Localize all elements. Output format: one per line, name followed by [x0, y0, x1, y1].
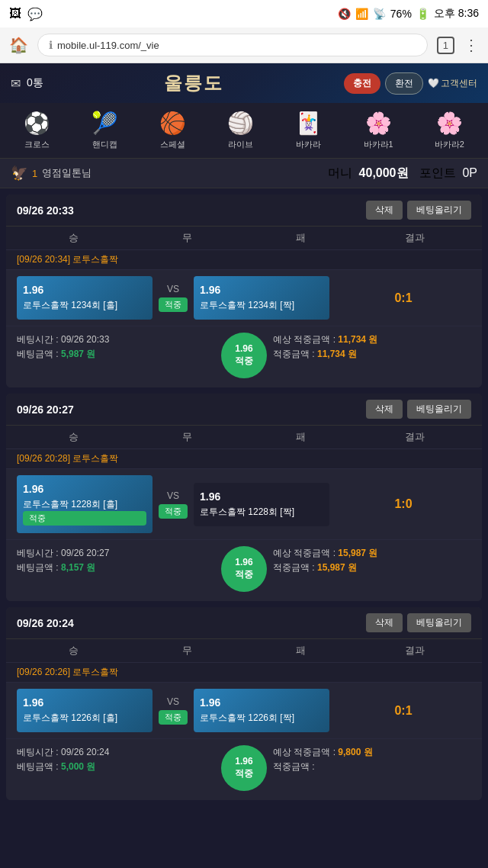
home-odds-2: 1.96: [23, 696, 146, 709]
nav-item-바카라[interactable]: 🃏 바카라: [295, 111, 322, 150]
cs-label: 고객센터: [441, 77, 477, 90]
nav-label-라이브: 라이브: [228, 139, 253, 150]
delete-button-2[interactable]: 삭제: [366, 613, 403, 632]
bet-info-right-1: 예상 적중금액 : 15,987 원 적중금액 : 15,987 원: [273, 546, 471, 592]
home-badge-1: 적중: [23, 511, 146, 526]
nav-item-크로스[interactable]: ⚽ 크로스: [24, 111, 50, 150]
status-bar: 🖼 💬 🔇 📶 📡 76% 🔋 오후 8:36: [0, 0, 488, 27]
nav-icon-핸디캡: 🎾: [92, 111, 118, 136]
site-header: ✉ 0통 울릉도 충전 환전 🤍 고객센터: [0, 63, 488, 103]
odds-badge-1: 1.96 적중: [221, 546, 267, 592]
rebet-button-1[interactable]: 베팅올리기: [407, 400, 471, 419]
vs-text-2: VS: [167, 696, 179, 707]
nav-item-라이브[interactable]: 🏐 라이브: [227, 111, 254, 150]
expected-label-2: 예상 적중금액 : 9,800 원: [273, 745, 471, 760]
col-win-1: 승: [17, 430, 130, 444]
nav-icon-바카라: 🃏: [295, 111, 322, 136]
home-team-1: 1.96 로투스홀짝 1228회 [홀] 적중: [17, 475, 152, 533]
nav-icon-스페셜: 🏀: [159, 111, 186, 136]
bet-date-2: 09/26 20:24: [17, 617, 74, 629]
rebet-button-2[interactable]: 베팅올리기: [407, 613, 471, 632]
col-result-2: 결과: [358, 644, 471, 657]
charge-button[interactable]: 충전: [344, 73, 380, 94]
username: 영점일톤님: [42, 166, 92, 180]
expected-label-1: 예상 적중금액 : 15,987 원: [273, 546, 471, 561]
delete-button-0[interactable]: 삭제: [366, 201, 403, 220]
bet-result-2: 0:1: [336, 704, 471, 718]
url-text: mobile.ul-119.com/_vie: [57, 40, 159, 51]
home-name-0: 로투스홀짝 1234회 [홀]: [23, 299, 146, 312]
bet-info-right-2: 예상 적중금액 : 9,800 원 적중금액 :: [273, 745, 471, 791]
col-draw-0: 무: [130, 231, 244, 245]
col-result-1: 결과: [358, 430, 471, 444]
betting-time-0: 베팅시간 : 09/26 20:33: [17, 333, 215, 347]
away-name-2: 로투스홀짝 1226회 [짝]: [200, 712, 323, 725]
bet-date-1: 09/26 20:27: [17, 403, 74, 416]
odds-value-1: 1.96: [235, 557, 252, 569]
hit-label-2: 적중금액 :: [273, 760, 471, 774]
away-team-1: 1.96 로투스홀짝 1228회 [짝]: [194, 483, 329, 526]
nav-label-바카라: 바카라: [296, 139, 321, 150]
nav-item-스페셜[interactable]: 🏀 스페셜: [159, 111, 186, 150]
header-right: 충전 환전 🤍 고객센터: [344, 72, 477, 95]
odds-label-0: 적중: [235, 355, 253, 368]
image-icon: 🖼: [9, 7, 21, 21]
col-win-0: 승: [17, 231, 130, 245]
bet-card-header-0: 09/26 20:33 삭제 베팅올리기: [6, 194, 482, 226]
bet-card-header-2: 09/26 20:24 삭제 베팅올리기: [6, 607, 482, 638]
odds-label-1: 적중: [235, 569, 253, 581]
cs-button[interactable]: 🤍 고객센터: [428, 77, 477, 90]
menu-icon[interactable]: ⋮: [464, 36, 479, 54]
delete-button-1[interactable]: 삭제: [366, 400, 403, 419]
url-bar[interactable]: ℹ mobile.ul-119.com/_vie: [37, 34, 428, 56]
nav-menu: ⚽ 크로스 🎾 핸디캡 🏀 스페셜 🏐 라이브 🃏 바카라 🌸 바카라1 🌸 바…: [0, 103, 488, 159]
betting-amount-2: 5,000 원: [61, 761, 95, 772]
betting-amount-1: 8,157 원: [61, 562, 95, 573]
away-odds-2: 1.96: [200, 696, 323, 709]
bet-vs-2: VS 적중: [159, 696, 188, 725]
rebet-button-0[interactable]: 베팅올리기: [407, 201, 471, 220]
nav-item-바카라1[interactable]: 🌸 바카라1: [364, 111, 393, 150]
home-odds-0: 1.96: [23, 284, 146, 296]
status-left: 🖼 💬: [9, 7, 43, 21]
bet-result-1: 1:0: [336, 497, 471, 511]
bet-table-header-2: 승 무 패 결과: [6, 638, 482, 662]
tabs-button[interactable]: 1: [437, 37, 454, 54]
col-win-2: 승: [17, 644, 130, 657]
time-display: 오후 8:36: [434, 7, 479, 21]
col-draw-1: 무: [130, 430, 244, 444]
hit-amount-1: 15,987 원: [317, 562, 357, 573]
bet-row-2: 1.96 로투스홀짝 1226회 [홀] VS 적중 1.96 로투스홀짝 12…: [6, 682, 482, 738]
home-icon[interactable]: 🏠: [9, 36, 28, 54]
battery-level: 76%: [390, 8, 412, 20]
hit-label-1: 적중금액 : 15,987 원: [273, 561, 471, 575]
exchange-button[interactable]: 환전: [385, 72, 423, 95]
bet-table-header-0: 승 무 패 결과: [6, 226, 482, 249]
points-label: 포인트: [419, 166, 456, 179]
odds-badge-0: 1.96 적중: [221, 333, 267, 378]
money-info: 머니 40,000원 포인트 0P: [328, 166, 477, 182]
away-team-0: 1.96 로투스홀짝 1234회 [짝]: [194, 276, 329, 320]
bet-info-row-1: 베팅시간 : 09/26 20:27 베팅금액 : 8,157 원 1.96 적…: [6, 539, 482, 601]
nav-item-바카라2[interactable]: 🌸 바카라2: [435, 111, 464, 150]
money-value: 40,000원: [359, 166, 409, 179]
header-left: ✉ 0통: [11, 76, 43, 91]
message-icon: 💬: [27, 7, 43, 21]
nav-icon-바카라2: 🌸: [436, 111, 463, 136]
bet-info-left-0: 베팅시간 : 09/26 20:33 베팅금액 : 5,987 원: [17, 333, 215, 378]
nav-label-바카라1: 바카라1: [364, 139, 393, 150]
away-team-2: 1.96 로투스홀짝 1226회 [짝]: [194, 689, 329, 732]
mail-icon[interactable]: ✉: [11, 76, 21, 91]
mail-count: 0통: [27, 76, 43, 90]
away-name-0: 로투스홀짝 1234회 [짝]: [200, 299, 323, 312]
nav-item-핸디캡[interactable]: 🎾 핸디캡: [92, 111, 118, 150]
expected-amount-1: 15,987 원: [338, 548, 377, 558]
user-bar: 🦅 1 영점일톤님 머니 40,000원 포인트 0P: [0, 159, 488, 188]
odds-value-2: 1.96: [235, 756, 252, 768]
bet-cards-container: 09/26 20:33 삭제 베팅올리기 승 무 패 결과 [09/26 20:…: [0, 194, 488, 800]
game-label-2: [09/26 20:26] 로투스홀짝: [6, 662, 482, 682]
home-team-2: 1.96 로투스홀짝 1226회 [홀]: [17, 689, 152, 732]
user-rank: 1: [32, 168, 37, 179]
bet-info-row-2: 베팅시간 : 09/26 20:24 베팅금액 : 5,000 원 1.96 적…: [6, 738, 482, 800]
bet-actions-2: 삭제 베팅올리기: [366, 613, 471, 632]
